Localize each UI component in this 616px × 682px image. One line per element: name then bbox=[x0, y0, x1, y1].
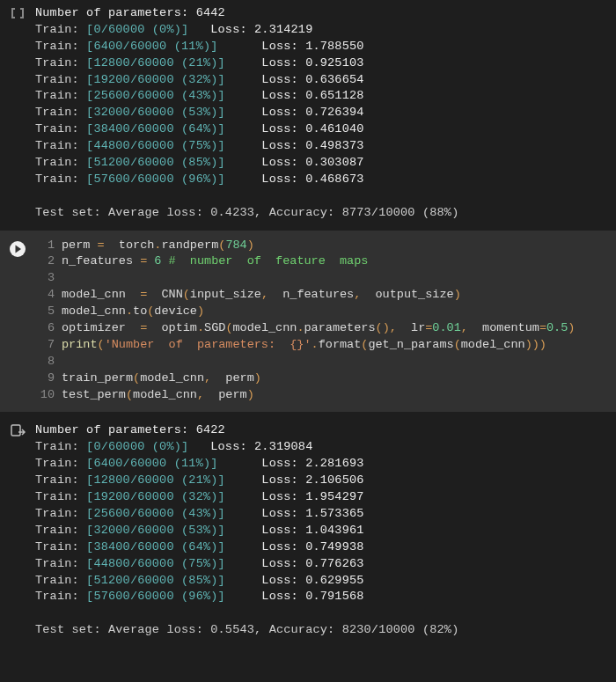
train-line: Train: [6400/60000 (11%)] Loss: 1.788550 bbox=[35, 40, 364, 53]
train-line: Train: [57600/60000 (96%)] Loss: 0.79156… bbox=[35, 590, 364, 603]
line-number: 1 bbox=[35, 238, 62, 254]
params-line: Number of parameters: 6422 bbox=[35, 423, 225, 436]
train-line: Train: [0/60000 (0%)] Loss: 2.314219 bbox=[35, 23, 312, 36]
code-text[interactable]: train_perm(model_cnn, perm) bbox=[62, 370, 261, 387]
train-line: Train: [51200/60000 (85%)] Loss: 0.30308… bbox=[35, 156, 364, 169]
code-line[interactable]: 1perm = torch.randperm(784) bbox=[35, 238, 605, 254]
train-line: Train: [32000/60000 (53%)] Loss: 0.72639… bbox=[35, 106, 364, 119]
train-line: Train: [32000/60000 (53%)] Loss: 1.04396… bbox=[35, 524, 364, 537]
train-line: Train: [38400/60000 (64%)] Loss: 0.46104… bbox=[35, 122, 364, 136]
code-text[interactable]: model_cnn.to(device) bbox=[62, 304, 204, 320]
line-number: 8 bbox=[35, 354, 62, 370]
train-line: Train: [12800/60000 (21%)] Loss: 0.92510… bbox=[35, 56, 364, 70]
run-cell-button[interactable] bbox=[0, 238, 35, 404]
code-line[interactable]: 2n_features = 6 # number of feature maps bbox=[35, 253, 605, 270]
line-number: 4 bbox=[35, 287, 62, 304]
train-line: Train: [19200/60000 (32%)] Loss: 0.63665… bbox=[35, 73, 364, 86]
code-editor[interactable]: 1perm = torch.randperm(784)2n_features =… bbox=[35, 238, 616, 404]
line-number: 10 bbox=[35, 387, 62, 404]
code-text[interactable]: test_perm(model_cnn, perm) bbox=[62, 387, 254, 404]
output-executed-icon bbox=[0, 422, 35, 639]
code-line[interactable]: 7print('Number of parameters: {}'.format… bbox=[35, 337, 605, 354]
output-text-2: Number of parameters: 6422 Train: [0/600… bbox=[35, 422, 616, 639]
train-line: Train: [6400/60000 (11%)] Loss: 2.281693 bbox=[35, 457, 364, 470]
code-line[interactable]: 8 bbox=[35, 354, 605, 370]
svg-rect-1 bbox=[11, 425, 20, 436]
train-line: Train: [12800/60000 (21%)] Loss: 2.10650… bbox=[35, 473, 364, 487]
train-line: Train: [25600/60000 (43%)] Loss: 0.65112… bbox=[35, 89, 364, 102]
line-number: 5 bbox=[35, 304, 62, 320]
code-text[interactable]: print('Number of parameters: {}'.format(… bbox=[62, 337, 546, 354]
output-prompt-icon bbox=[0, 5, 35, 222]
test-summary: Test set: Average loss: 0.4233, Accuracy… bbox=[35, 206, 458, 219]
test-summary: Test set: Average loss: 0.5543, Accuracy… bbox=[35, 623, 458, 636]
code-text[interactable]: optimizer = optim.SGD(model_cnn.paramete… bbox=[62, 320, 575, 337]
code-text[interactable]: n_features = 6 # number of feature maps bbox=[62, 253, 368, 270]
params-line: Number of parameters: 6442 bbox=[35, 6, 225, 19]
train-line: Train: [0/60000 (0%)] Loss: 2.319084 bbox=[35, 440, 312, 453]
code-line[interactable]: 3 bbox=[35, 270, 605, 287]
train-line: Train: [44800/60000 (75%)] Loss: 0.49837… bbox=[35, 139, 364, 152]
code-line[interactable]: 5model_cnn.to(device) bbox=[35, 304, 605, 320]
line-number: 3 bbox=[35, 270, 62, 287]
output-cell-2: Number of parameters: 6422 Train: [0/600… bbox=[0, 417, 616, 648]
train-line: Train: [57600/60000 (96%)] Loss: 0.46867… bbox=[35, 172, 364, 186]
code-line[interactable]: 10test_perm(model_cnn, perm) bbox=[35, 387, 605, 404]
output-cell-1: Number of parameters: 6442 Train: [0/600… bbox=[0, 0, 616, 231]
line-number: 9 bbox=[35, 370, 62, 387]
code-cell[interactable]: 1perm = torch.randperm(784)2n_features =… bbox=[0, 231, 616, 413]
line-number: 2 bbox=[35, 253, 62, 270]
train-line: Train: [38400/60000 (64%)] Loss: 0.74993… bbox=[35, 540, 364, 554]
output-text-1: Number of parameters: 6442 Train: [0/600… bbox=[35, 5, 616, 222]
line-number: 6 bbox=[35, 320, 62, 337]
train-line: Train: [19200/60000 (32%)] Loss: 1.95429… bbox=[35, 490, 364, 503]
train-line: Train: [25600/60000 (43%)] Loss: 1.57336… bbox=[35, 507, 364, 520]
code-text[interactable]: perm = torch.randperm(784) bbox=[62, 238, 254, 254]
code-line[interactable]: 6optimizer = optim.SGD(model_cnn.paramet… bbox=[35, 320, 605, 337]
train-line: Train: [51200/60000 (85%)] Loss: 0.62995… bbox=[35, 574, 364, 587]
code-line[interactable]: 4model_cnn = CNN(input_size, n_features,… bbox=[35, 287, 605, 304]
train-line: Train: [44800/60000 (75%)] Loss: 0.77626… bbox=[35, 557, 364, 570]
code-line[interactable]: 9train_perm(model_cnn, perm) bbox=[35, 370, 605, 387]
code-text[interactable]: model_cnn = CNN(input_size, n_features, … bbox=[62, 287, 461, 304]
line-number: 7 bbox=[35, 337, 62, 354]
